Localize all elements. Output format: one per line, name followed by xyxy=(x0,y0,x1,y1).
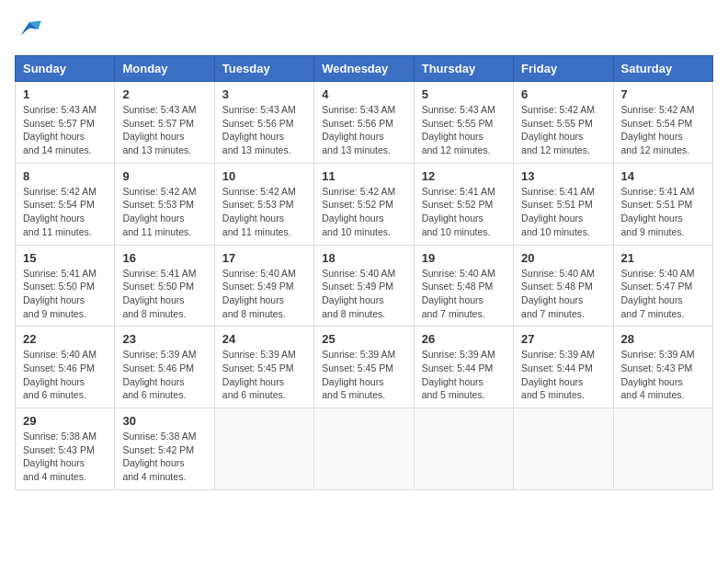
day-number: 12 xyxy=(422,169,506,183)
calendar-day-9: 9 Sunrise: 5:42 AM Sunset: 5:53 PM Dayli… xyxy=(115,163,214,245)
day-number: 25 xyxy=(322,332,405,346)
calendar-day-7: 7 Sunrise: 5:42 AM Sunset: 5:54 PM Dayli… xyxy=(613,82,712,164)
weekday-header-tuesday: Tuesday xyxy=(214,56,313,82)
day-number: 3 xyxy=(222,87,306,101)
day-number: 24 xyxy=(222,332,306,346)
calendar-day-5: 5 Sunrise: 5:43 AM Sunset: 5:55 PM Dayli… xyxy=(414,82,513,164)
calendar-day-23: 23 Sunrise: 5:39 AM Sunset: 5:46 PM Dayl… xyxy=(115,327,214,408)
weekday-header-friday: Friday xyxy=(514,56,613,82)
day-number: 7 xyxy=(621,87,705,101)
day-info: Sunrise: 5:40 AM Sunset: 5:49 PM Dayligh… xyxy=(222,267,306,321)
logo-icon xyxy=(15,15,44,44)
day-info: Sunrise: 5:41 AM Sunset: 5:52 PM Dayligh… xyxy=(422,185,506,239)
day-info: Sunrise: 5:41 AM Sunset: 5:51 PM Dayligh… xyxy=(521,185,605,239)
day-info: Sunrise: 5:43 AM Sunset: 5:55 PM Dayligh… xyxy=(422,103,506,157)
calendar-day-1: 1 Sunrise: 5:43 AM Sunset: 5:57 PM Dayli… xyxy=(16,82,115,164)
calendar-day-6: 6 Sunrise: 5:42 AM Sunset: 5:55 PM Dayli… xyxy=(514,82,613,164)
day-info: Sunrise: 5:40 AM Sunset: 5:47 PM Dayligh… xyxy=(621,267,705,321)
calendar-day-10: 10 Sunrise: 5:42 AM Sunset: 5:53 PM Dayl… xyxy=(214,163,313,245)
day-info: Sunrise: 5:39 AM Sunset: 5:46 PM Dayligh… xyxy=(122,348,206,402)
day-number: 22 xyxy=(23,332,107,346)
calendar-day-16: 16 Sunrise: 5:41 AM Sunset: 5:50 PM Dayl… xyxy=(115,245,214,327)
day-info: Sunrise: 5:38 AM Sunset: 5:43 PM Dayligh… xyxy=(23,430,107,484)
day-number: 26 xyxy=(422,332,506,346)
day-info: Sunrise: 5:41 AM Sunset: 5:50 PM Dayligh… xyxy=(122,267,206,321)
day-info: Sunrise: 5:38 AM Sunset: 5:42 PM Dayligh… xyxy=(122,430,206,484)
day-info: Sunrise: 5:42 AM Sunset: 5:52 PM Dayligh… xyxy=(322,185,405,239)
day-number: 23 xyxy=(122,332,206,346)
day-number: 20 xyxy=(521,251,605,265)
calendar-day-20: 20 Sunrise: 5:40 AM Sunset: 5:48 PM Dayl… xyxy=(514,245,613,327)
day-number: 8 xyxy=(23,169,107,183)
day-info: Sunrise: 5:42 AM Sunset: 5:55 PM Dayligh… xyxy=(521,103,605,157)
day-number: 6 xyxy=(521,87,605,101)
calendar-day-13: 13 Sunrise: 5:41 AM Sunset: 5:51 PM Dayl… xyxy=(514,163,613,245)
day-info: Sunrise: 5:43 AM Sunset: 5:56 PM Dayligh… xyxy=(222,103,306,157)
calendar-day-21: 21 Sunrise: 5:40 AM Sunset: 5:47 PM Dayl… xyxy=(613,245,712,327)
calendar-day-15: 15 Sunrise: 5:41 AM Sunset: 5:50 PM Dayl… xyxy=(16,245,115,327)
day-number: 19 xyxy=(422,251,506,265)
weekday-header-wednesday: Wednesday xyxy=(314,56,414,82)
day-info: Sunrise: 5:42 AM Sunset: 5:53 PM Dayligh… xyxy=(122,185,206,239)
calendar-week-row: 1 Sunrise: 5:43 AM Sunset: 5:57 PM Dayli… xyxy=(16,82,713,164)
calendar-day-30: 30 Sunrise: 5:38 AM Sunset: 5:42 PM Dayl… xyxy=(115,408,214,490)
logo xyxy=(15,15,48,44)
calendar-day-empty xyxy=(214,408,313,490)
calendar-week-row: 29 Sunrise: 5:38 AM Sunset: 5:43 PM Dayl… xyxy=(16,408,713,490)
calendar-day-25: 25 Sunrise: 5:39 AM Sunset: 5:45 PM Dayl… xyxy=(314,327,414,408)
day-number: 9 xyxy=(122,169,206,183)
day-number: 16 xyxy=(122,251,206,265)
weekday-header-saturday: Saturday xyxy=(613,56,712,82)
day-info: Sunrise: 5:40 AM Sunset: 5:48 PM Dayligh… xyxy=(521,267,605,321)
weekday-header-thursday: Thursday xyxy=(414,56,513,82)
calendar-day-17: 17 Sunrise: 5:40 AM Sunset: 5:49 PM Dayl… xyxy=(214,245,313,327)
calendar-day-2: 2 Sunrise: 5:43 AM Sunset: 5:57 PM Dayli… xyxy=(115,82,214,164)
day-number: 5 xyxy=(422,87,506,101)
day-number: 14 xyxy=(621,169,705,183)
calendar-week-row: 15 Sunrise: 5:41 AM Sunset: 5:50 PM Dayl… xyxy=(16,245,713,327)
day-number: 17 xyxy=(222,251,306,265)
calendar-day-28: 28 Sunrise: 5:39 AM Sunset: 5:43 PM Dayl… xyxy=(613,327,712,408)
calendar-day-19: 19 Sunrise: 5:40 AM Sunset: 5:48 PM Dayl… xyxy=(414,245,513,327)
calendar-day-3: 3 Sunrise: 5:43 AM Sunset: 5:56 PM Dayli… xyxy=(214,82,313,164)
calendar-day-4: 4 Sunrise: 5:43 AM Sunset: 5:56 PM Dayli… xyxy=(314,82,414,164)
calendar-day-14: 14 Sunrise: 5:41 AM Sunset: 5:51 PM Dayl… xyxy=(613,163,712,245)
calendar-day-26: 26 Sunrise: 5:39 AM Sunset: 5:44 PM Dayl… xyxy=(414,327,513,408)
day-info: Sunrise: 5:40 AM Sunset: 5:49 PM Dayligh… xyxy=(322,267,405,321)
day-number: 21 xyxy=(621,251,705,265)
day-info: Sunrise: 5:42 AM Sunset: 5:53 PM Dayligh… xyxy=(222,185,306,239)
day-info: Sunrise: 5:39 AM Sunset: 5:45 PM Dayligh… xyxy=(222,348,306,402)
calendar-week-row: 22 Sunrise: 5:40 AM Sunset: 5:46 PM Dayl… xyxy=(16,327,713,408)
day-info: Sunrise: 5:39 AM Sunset: 5:44 PM Dayligh… xyxy=(521,348,605,402)
day-info: Sunrise: 5:39 AM Sunset: 5:45 PM Dayligh… xyxy=(322,348,405,402)
calendar-day-18: 18 Sunrise: 5:40 AM Sunset: 5:49 PM Dayl… xyxy=(314,245,414,327)
day-number: 10 xyxy=(222,169,306,183)
day-number: 18 xyxy=(322,251,405,265)
calendar-day-empty xyxy=(514,408,613,490)
weekday-header-row: SundayMondayTuesdayWednesdayThursdayFrid… xyxy=(16,56,713,82)
calendar-day-27: 27 Sunrise: 5:39 AM Sunset: 5:44 PM Dayl… xyxy=(514,327,613,408)
calendar-week-row: 8 Sunrise: 5:42 AM Sunset: 5:54 PM Dayli… xyxy=(16,163,713,245)
day-info: Sunrise: 5:41 AM Sunset: 5:51 PM Dayligh… xyxy=(621,185,705,239)
day-info: Sunrise: 5:39 AM Sunset: 5:43 PM Dayligh… xyxy=(621,348,705,402)
calendar-day-8: 8 Sunrise: 5:42 AM Sunset: 5:54 PM Dayli… xyxy=(16,163,115,245)
calendar-day-12: 12 Sunrise: 5:41 AM Sunset: 5:52 PM Dayl… xyxy=(414,163,513,245)
day-number: 13 xyxy=(521,169,605,183)
calendar-day-empty xyxy=(613,408,712,490)
day-info: Sunrise: 5:42 AM Sunset: 5:54 PM Dayligh… xyxy=(23,185,107,239)
day-number: 1 xyxy=(23,87,107,101)
day-info: Sunrise: 5:40 AM Sunset: 5:48 PM Dayligh… xyxy=(422,267,506,321)
calendar-day-11: 11 Sunrise: 5:42 AM Sunset: 5:52 PM Dayl… xyxy=(314,163,414,245)
weekday-header-sunday: Sunday xyxy=(16,56,115,82)
page-header xyxy=(15,15,713,44)
calendar-day-empty xyxy=(414,408,513,490)
day-info: Sunrise: 5:43 AM Sunset: 5:57 PM Dayligh… xyxy=(23,103,107,157)
day-number: 15 xyxy=(23,251,107,265)
day-number: 29 xyxy=(23,414,107,428)
day-number: 30 xyxy=(122,414,206,428)
day-number: 11 xyxy=(322,169,405,183)
day-number: 4 xyxy=(322,87,405,101)
day-info: Sunrise: 5:43 AM Sunset: 5:56 PM Dayligh… xyxy=(322,103,405,157)
day-info: Sunrise: 5:42 AM Sunset: 5:54 PM Dayligh… xyxy=(621,103,705,157)
weekday-header-monday: Monday xyxy=(115,56,214,82)
